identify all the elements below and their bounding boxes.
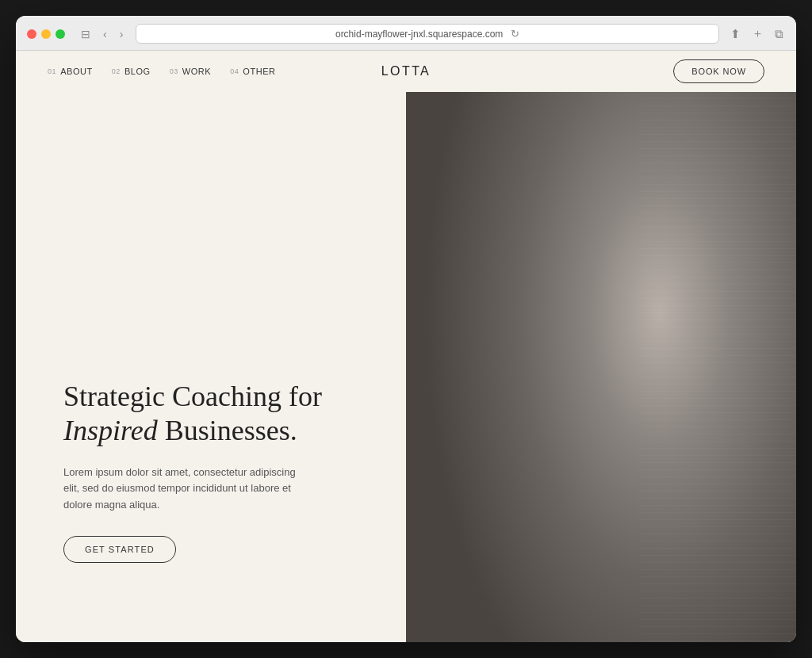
nav-num-4: 04 <box>230 67 239 75</box>
nav-item-work[interactable]: 03 WORK <box>170 67 212 76</box>
hero-headline: Strategic Coaching for Inspired Business… <box>63 380 358 448</box>
book-now-button[interactable]: BOOK NOW <box>673 59 764 83</box>
headline-italic: Inspired <box>63 415 158 446</box>
nav-center: LOTTA <box>381 64 431 78</box>
headline-part1: Strategic Coaching for <box>63 381 322 412</box>
headline-part2: Businesses. <box>158 415 297 446</box>
nav-item-other[interactable]: 04 OTHER <box>230 67 275 76</box>
new-tab-button[interactable]: ＋ <box>750 25 765 43</box>
site-logo[interactable]: LOTTA <box>381 64 431 78</box>
url-text: orchid-mayflower-jnxl.squarespace.com <box>335 29 503 40</box>
nav-item-blog[interactable]: 02 BLOG <box>112 67 151 76</box>
nav-label-work: WORK <box>182 67 211 76</box>
hero-body-text: Lorem ipsum dolor sit amet, consectetur … <box>63 465 301 514</box>
nav-label-other: OTHER <box>243 67 275 76</box>
nav-label-about: ABOUT <box>60 67 93 76</box>
share-button[interactable]: ⬆ <box>729 25 742 43</box>
get-started-button[interactable]: GET STARTED <box>63 536 176 563</box>
close-button[interactable] <box>27 29 36 39</box>
nav-num-1: 01 <box>48 67 56 75</box>
sidebar-toggle-button[interactable]: ⊟ <box>78 27 94 41</box>
main-nav: 01 ABOUT 02 BLOG 03 WORK 04 OTHER LOTTA <box>16 51 796 92</box>
browser-controls: ⊟ ‹ › <box>78 27 126 41</box>
browser-chrome: ⊟ ‹ › orchid-mayflower-jnxl.squarespace.… <box>16 16 796 51</box>
nav-right: BOOK NOW <box>673 59 764 83</box>
nav-item-about[interactable]: 01 ABOUT <box>48 67 93 76</box>
browser-actions: ⬆ ＋ ⧉ <box>729 25 785 43</box>
nav-num-2: 02 <box>112 67 121 75</box>
nav-left: 01 ABOUT 02 BLOG 03 WORK 04 OTHER <box>48 67 276 76</box>
hero-left: Strategic Coaching for Inspired Business… <box>16 92 406 642</box>
hero-section: Strategic Coaching for Inspired Business… <box>16 92 796 642</box>
curtain-texture <box>640 92 796 642</box>
forward-button[interactable]: › <box>117 27 127 41</box>
browser-window: ⊟ ‹ › orchid-mayflower-jnxl.squarespace.… <box>16 16 796 642</box>
nav-num-3: 03 <box>170 67 178 75</box>
fullscreen-button[interactable] <box>56 29 65 39</box>
tabs-button[interactable]: ⧉ <box>773 25 785 43</box>
reload-button[interactable]: ↻ <box>511 28 519 40</box>
address-bar[interactable]: orchid-mayflower-jnxl.squarespace.com ↻ <box>136 24 719 44</box>
website-content: 01 ABOUT 02 BLOG 03 WORK 04 OTHER LOTTA <box>16 51 796 642</box>
back-button[interactable]: ‹ <box>100 27 110 41</box>
minimize-button[interactable] <box>41 29 51 39</box>
hero-photo-area <box>406 92 796 642</box>
nav-label-blog: BLOG <box>124 67 151 76</box>
traffic-lights <box>27 29 65 39</box>
